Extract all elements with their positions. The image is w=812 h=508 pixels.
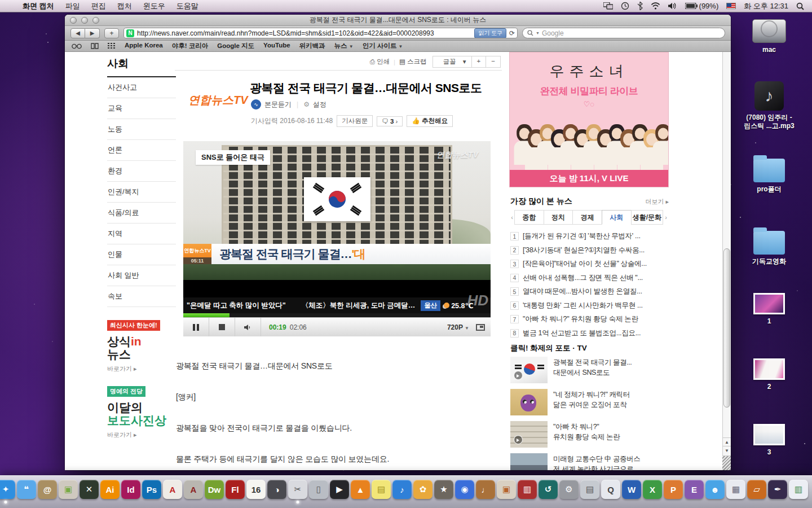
stop-button[interactable] [209,318,235,336]
tab-종합[interactable]: 종합 [514,210,544,225]
photo-tv-item[interactable]: "아빠 차 뭐니?"유치원 황당 숙제 논란 [510,421,669,448]
dock-ipod-updater[interactable]: ▯ [309,480,328,499]
dock-toast-titanium[interactable]: ▣ [59,480,78,499]
title-bar[interactable]: 광복절 전국 태극기 물결...대문에서 SNS로도 : 네이버 뉴스 [65,15,731,26]
video-progress-bar[interactable] [183,313,491,317]
bookmark-야후! 코리아[interactable]: 야후! 코리아 [172,42,209,50]
quality-selector[interactable]: 720P ▼ [447,323,469,331]
dock-video-player[interactable]: ▶ [330,480,349,499]
menu-clock[interactable]: 화 오후 12:31 [744,1,788,11]
reading-list-glasses-icon[interactable] [72,43,82,49]
sidebar-item[interactable]: 환경 [107,161,176,182]
battery-indicator[interactable]: (99%) [685,2,719,10]
promo-sangsik-news[interactable]: 최신시사 한눈에! 상식in뉴스 바로가기 ▸ [107,319,176,373]
promo-link[interactable]: 바로가기 ▸ [107,431,176,439]
vertical-scrollbar[interactable]: ▲ ▼ [722,52,731,470]
back-button[interactable]: ◀ [70,28,85,38]
bookmark-Apple Korea[interactable]: Apple Korea [125,42,163,50]
listen-button[interactable]: 본문듣기 [264,100,292,110]
news-list-item[interactable]: 6'대통령 만화' 그린 시사만화가 백무현 ... [510,301,669,310]
dock-iphoto[interactable]: ✿ [413,480,433,499]
sidebar-item[interactable]: 속보 [107,286,176,307]
tab-경제[interactable]: 경제 [572,210,602,225]
news-list-item[interactable]: 5열대야 때문에...밤사이 발생한 온열질... [510,287,669,296]
dock-entourage[interactable]: E [685,480,704,499]
url-field[interactable]: N http://news.naver.com/main/read.nhn?mo… [123,28,518,38]
dock-word[interactable]: W [622,480,641,499]
reload-icon[interactable]: ⟳ [509,29,515,37]
menu-도움말[interactable]: 도움말 [171,1,204,11]
dock-chart-app[interactable]: ▥ [789,480,808,499]
sidebar-item[interactable]: 인물 [107,244,176,265]
dock-my-day[interactable]: ▦ [726,480,745,499]
bookmark-인기 사이트[interactable]: 인기 사이트 ▼ [363,42,403,50]
dock-indesign[interactable]: Id [121,480,140,499]
font-smaller-button[interactable]: − [486,56,500,67]
volume-icon[interactable] [668,2,677,10]
desktop-icon-screenshot-3[interactable]: 3 [753,424,785,457]
spotlight-icon[interactable] [796,2,804,10]
dock-excel[interactable]: X [643,480,662,499]
sidebar-item[interactable]: 인권/복지 [107,182,176,203]
dock-itunes[interactable]: ♪ [392,480,412,499]
news-list-item[interactable]: 4선배 아내 성폭행...그 장면 찍은 선배 "... [510,273,669,283]
dock-stickies[interactable]: ▤ [372,480,391,499]
desktop-icon-screenshot-1[interactable]: 1 [753,293,785,326]
dock-flash[interactable]: Fl [226,480,245,499]
promo-photo-award[interactable]: 명예의 전당 이달의보도사진상 바로가기 ▸ [107,386,176,439]
sidebar-item[interactable]: 노동 [107,119,176,140]
dock-vlc[interactable]: ▲ [351,480,370,499]
wjsn-ad-banner[interactable]: 우주소녀 완전체 비밀파티 라이브 ♡◌ 오늘 밤 11시, V LIVE [509,52,669,187]
press-logo[interactable]: 연합뉴스TV [188,93,248,108]
desktop-icon-folder[interactable]: pro폴더 [753,154,785,194]
sidebar-item[interactable]: 식품/의료 [107,203,176,224]
dock-acrobat[interactable]: A [163,480,182,499]
dock-photo-booth[interactable]: ▥ [518,480,537,499]
pause-button[interactable] [183,318,209,336]
photo-tv-item[interactable]: "네 정체가 뭐니?!" 캐릭터닮은 귀여운 오징어 포착 [510,389,669,415]
dock-imovie[interactable]: ★ [434,480,453,499]
sidebar-item[interactable]: 언론 [107,140,176,161]
purple-squid-thumbnail[interactable] [510,389,548,415]
scrap-button[interactable]: ▤ 스크랩 [399,58,427,66]
dock-safari[interactable]: ✦ [0,480,15,499]
wifi-icon[interactable] [651,2,660,10]
dock-quicktime[interactable]: Q [601,480,620,499]
menu-캡처[interactable]: 캡처 [112,1,138,11]
promo-link[interactable]: 바로가기 ▸ [107,365,176,373]
dock-xee[interactable]: ✕ [80,480,99,499]
dock-aperture[interactable]: ◑ [267,480,286,499]
fullscreen-icon[interactable] [476,324,485,331]
bookmark-뉴스[interactable]: 뉴스 ▼ [334,42,354,50]
sidebar-item[interactable]: 지역 [107,224,176,244]
section-title[interactable]: 사회 [107,56,176,77]
menu-app[interactable]: 화면 캡처 [17,1,60,11]
tab-사회[interactable]: 사회 [602,210,632,225]
sidebar-item[interactable]: 사회 일반 [107,265,176,286]
news-list-item[interactable]: 7"아빠 차 뭐니?" 유치원 황당 숙제 논란 [510,314,669,324]
dock-photoshop[interactable]: Ps [142,480,161,499]
dock-print-center[interactable]: ▤ [580,480,599,499]
url-text[interactable]: http://news.naver.com/main/read.nhn?mode… [137,29,471,37]
font-larger-button[interactable]: + [471,56,486,67]
homework-video-thumbnail[interactable] [510,421,548,448]
dock-dreamweaver[interactable]: Dw [205,480,224,499]
bluetooth-icon[interactable] [637,2,643,10]
street-bus-thumbnail[interactable] [510,453,548,470]
scroll-up-arrow[interactable]: ▲ [723,437,731,446]
dock-acrobat-pro[interactable]: A [184,480,203,499]
dock-garageband[interactable]: ♩ [476,480,495,499]
dock-system-preferences[interactable]: ⚙ [559,480,579,499]
tab-생활/문화[interactable]: 생활/문화 [631,210,663,225]
scrollbar-thumb[interactable] [723,248,730,408]
menu-파일[interactable]: 파일 [60,1,86,11]
recommend-button[interactable]: 👍 추천해요 [407,115,453,127]
taegeuk-flag-video-thumbnail[interactable] [510,357,548,383]
dock-projector-app[interactable]: ▱ [747,480,766,499]
search-dropdown-arrow[interactable]: ▼ [536,31,540,35]
bookmarks-book-icon[interactable] [91,43,99,49]
original-article-button[interactable]: 기사원문 [337,115,373,127]
desktop-icon-screenshot-2[interactable]: 2 [753,358,785,391]
dock-time-machine[interactable]: ↺ [539,480,558,499]
screen-sharing-icon[interactable] [603,2,613,10]
